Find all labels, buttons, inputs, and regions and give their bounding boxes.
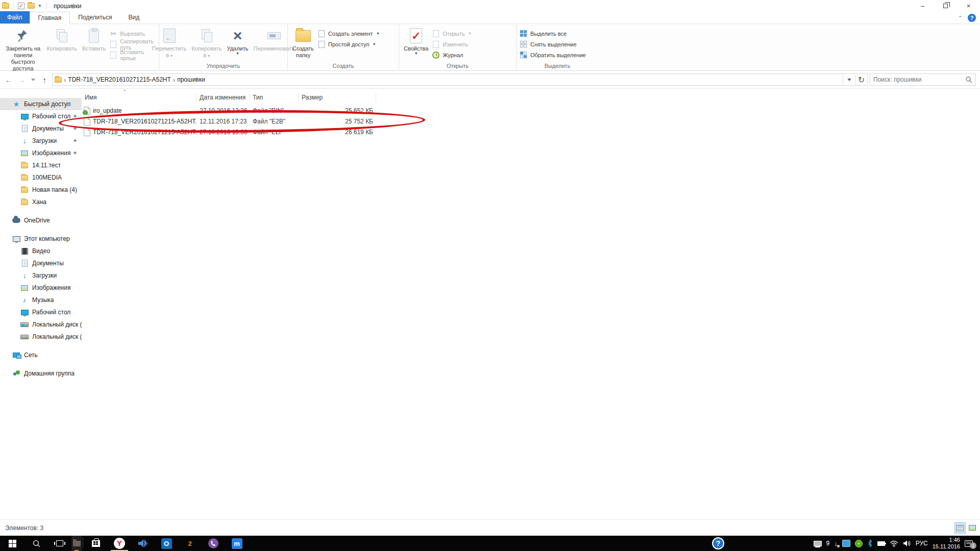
sidebar-item-homegroup[interactable]: Домашняя группа [0, 367, 82, 380]
back-button[interactable]: ← [3, 74, 14, 85]
help-icon[interactable]: ? [968, 14, 976, 22]
language-indicator[interactable]: РУС [916, 540, 928, 547]
bluetooth-icon[interactable] [867, 539, 873, 547]
sidebar-item-onedrive[interactable]: OneDrive [0, 214, 82, 227]
recent-locations-button[interactable] [30, 74, 37, 85]
sidebar-item-this-pc[interactable]: Этот компьютер [0, 233, 82, 245]
column-type[interactable]: Тип [250, 93, 299, 102]
sidebar-item-downloads[interactable]: ↓ Загрузки [0, 269, 82, 282]
details-view-button[interactable] [954, 522, 966, 534]
sidebar-item-pictures[interactable]: Изображения [0, 282, 82, 294]
new-folder-quick-icon[interactable] [28, 3, 35, 9]
restore-button[interactable] [934, 0, 957, 12]
thumbnails-view-button[interactable] [967, 522, 978, 534]
sidebar-item-folder[interactable]: Хана [0, 196, 82, 208]
paste-button[interactable]: Вставить [80, 25, 109, 53]
forward-button[interactable]: → [16, 74, 28, 85]
taskbar-help-app[interactable]: ? [712, 537, 724, 549]
wifi-icon[interactable] [890, 540, 898, 547]
folder-icon [20, 161, 29, 169]
new-item-button[interactable]: Создать элемент [316, 28, 382, 39]
sidebar-item-desktop[interactable]: Рабочий стол [0, 306, 82, 318]
sidebar-item-music[interactable]: ♪ Музыка [0, 294, 82, 306]
clock[interactable]: 1:46 15.11.2016 [933, 537, 960, 550]
delete-button[interactable]: × Удалить ▾ [225, 25, 251, 56]
display-tray-icon[interactable] [814, 541, 822, 546]
edit-button[interactable]: Изменить [431, 39, 474, 49]
breadcrumb-box[interactable]: › TDR-718_VER201610271215-A52HT › прошив… [52, 73, 868, 86]
taskbar-store[interactable] [84, 536, 108, 551]
select-all-button[interactable]: Выделить все [519, 28, 589, 39]
battery-icon[interactable] [877, 541, 885, 546]
copy-to-button[interactable]: Копировать в [189, 25, 224, 60]
status-bar: Элементов: 3 [0, 519, 980, 536]
search-icon[interactable] [965, 76, 972, 83]
antivirus-tray-icon[interactable]: + [855, 540, 863, 547]
properties-button[interactable]: ✓ Свойства ▾ [401, 25, 431, 56]
sidebar-item-pictures[interactable]: Изображения ✦ [0, 147, 82, 159]
file-row[interactable]: TDR-718_VER201610271215-A52HT.e2b 12.11.… [82, 116, 980, 127]
tab-home[interactable]: Главная [30, 12, 70, 24]
download-manager-tray-icon[interactable]: ↓ [834, 540, 838, 547]
easy-access-button[interactable]: Простой доступ [316, 39, 382, 49]
tray-number-badge[interactable]: 9 [826, 540, 830, 547]
up-button[interactable]: ↑ [39, 74, 50, 85]
refresh-button[interactable]: ↻ [855, 74, 867, 85]
minimize-button[interactable]: – [911, 0, 934, 12]
sidebar-label: 14.11.тест [32, 162, 61, 169]
sidebar-item-folder[interactable]: 14.11.тест [0, 159, 82, 171]
column-size[interactable]: Размер [299, 93, 376, 102]
invert-selection-button[interactable]: Обратить выделение [519, 49, 589, 60]
caption-buttons: – × [911, 0, 980, 12]
select-none-button[interactable]: Снять выделение [519, 39, 589, 49]
taskbar-outlook[interactable]: O [155, 536, 178, 551]
sidebar-item-network[interactable]: Сеть [0, 349, 82, 361]
taskbar-audio-app[interactable] [131, 536, 155, 551]
tab-share[interactable]: Поделиться [70, 11, 120, 23]
close-button[interactable]: × [957, 0, 980, 12]
sidebar-item-videos[interactable]: Видео [0, 245, 82, 257]
copy-button[interactable]: Копировать [44, 25, 79, 53]
file-row[interactable]: iro_update 27.10.2016 13:36 Файл "BIN" 2… [82, 105, 980, 116]
breadcrumb-current[interactable]: прошивки [177, 76, 205, 83]
sidebar-item-quick-access[interactable]: ★ Быстрый доступ [0, 98, 82, 110]
open-button[interactable]: Открыть [431, 28, 474, 39]
taskbar-2gis[interactable]: 2 [178, 536, 202, 551]
sidebar-item-documents[interactable]: Документы [0, 257, 82, 269]
sidebar-item-downloads[interactable]: ↓ Загрузки ✦ [0, 135, 82, 147]
action-center-button[interactable]: 1 [965, 540, 973, 547]
taskbar-yandex-browser[interactable]: Y [108, 536, 131, 551]
remote-app-tray-icon[interactable] [842, 540, 850, 547]
taskbar-viber[interactable] [202, 536, 225, 551]
search-box[interactable]: Поиск: прошивки [870, 73, 976, 86]
taskbar-search-button[interactable] [24, 536, 48, 551]
move-to-button[interactable]: Переместить в [150, 25, 189, 60]
history-button[interactable]: Журнал [431, 49, 474, 60]
start-button[interactable] [0, 536, 24, 551]
file-row[interactable]: TDR-718_VER201610271215-A52HT.elf 27.10.… [82, 127, 980, 137]
sidebar-item-local-disk-c[interactable]: Локальный диск (C [0, 318, 82, 331]
select-all-icon [520, 30, 528, 38]
taskbar-file-explorer[interactable] [71, 536, 82, 551]
taskbar-maxthon[interactable]: m [225, 536, 249, 551]
sidebar-item-folder[interactable]: 100MEDIA [0, 171, 82, 184]
column-name[interactable]: Имя ⌃ [82, 93, 197, 102]
sidebar-item-desktop[interactable]: Рабочий стол ✦ [0, 110, 82, 122]
properties-quick-icon[interactable]: ✓ [18, 3, 24, 9]
new-folder-button[interactable]: Создать папку [290, 25, 316, 60]
tab-file[interactable]: Файл [0, 11, 30, 23]
sidebar-label: Локальный диск (C [32, 321, 82, 328]
sidebar-item-local-disk-d[interactable]: Локальный диск (D [0, 331, 82, 343]
onedrive-cloud-icon [12, 216, 20, 224]
pin-to-quick-access-button[interactable]: Закрепить на панели быстрого доступа [2, 25, 44, 73]
breadcrumb-parent[interactable]: TDR-718_VER201610271215-A52HT [68, 76, 170, 83]
sidebar-item-documents[interactable]: Документы ✦ [0, 122, 82, 135]
volume-icon[interactable] [903, 540, 911, 547]
collapse-ribbon-icon[interactable]: ⌃ [958, 15, 963, 21]
column-date-modified[interactable]: Дата изменения [197, 93, 250, 102]
customize-qat-caret-icon[interactable]: ▼ [38, 4, 42, 8]
task-view-button[interactable] [48, 536, 71, 551]
tab-view[interactable]: Вид [120, 11, 148, 23]
sidebar-item-folder[interactable]: Новая папка (4) [0, 184, 82, 196]
address-dropdown-button[interactable] [843, 74, 855, 85]
